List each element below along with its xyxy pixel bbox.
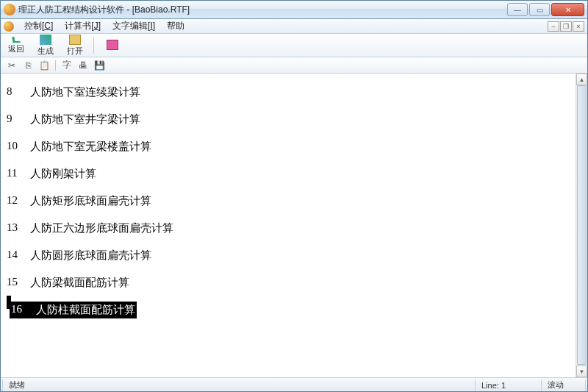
- toolbar-separator: [55, 60, 56, 71]
- item-text: 人防刚架计算: [30, 167, 96, 181]
- menu-help[interactable]: 帮助: [161, 18, 190, 34]
- list-item[interactable]: 15 人防梁截面配筋计算: [1, 270, 587, 297]
- toolbar-edit: ✂ ⎘ 📋 字 🖶 💾: [1, 57, 587, 74]
- mdi-close-button[interactable]: ×: [573, 21, 584, 32]
- mdi-minimize-button[interactable]: –: [548, 21, 559, 32]
- window-title: 理正人防工程结构设计软件 - [BaoBiao.RTF]: [18, 4, 507, 16]
- item-number: 9: [7, 113, 30, 126]
- menu-text-edit[interactable]: 文字编辑[I]: [107, 18, 161, 34]
- item-text: 人防地下室连续梁计算: [30, 85, 140, 99]
- menu-control[interactable]: 控制[C]: [18, 18, 59, 34]
- item-number: 15: [7, 276, 30, 290]
- titlebar: 理正人防工程结构设计软件 - [BaoBiao.RTF] — ▭ ✕: [1, 1, 587, 19]
- copy-icon[interactable]: ⎘: [23, 60, 33, 71]
- list-item[interactable]: 8 人防地下室连续梁计算: [1, 79, 587, 107]
- list-item[interactable]: 9 人防地下室井字梁计算: [1, 107, 587, 134]
- save-icon[interactable]: 💾: [94, 60, 104, 71]
- dw-icon: [107, 40, 118, 50]
- close-button[interactable]: ✕: [551, 3, 584, 16]
- status-line: Line: 1: [476, 379, 542, 391]
- item-number: 13: [7, 221, 30, 235]
- mdi-icon[interactable]: [4, 21, 14, 32]
- back-label: 返回: [8, 43, 24, 54]
- list-item[interactable]: 11 人防刚架计算: [1, 161, 587, 188]
- toolbar-main: 返回 生成 打开: [1, 34, 587, 57]
- menubar: 控制[C] 计算书[J] 文字编辑[I] 帮助 – ❐ ×: [1, 19, 587, 34]
- back-button[interactable]: 返回: [5, 37, 27, 54]
- item-number: 10: [7, 140, 30, 154]
- item-number: 14: [7, 249, 30, 263]
- status-scroll: 滚动: [542, 379, 586, 391]
- toolbar-separator: [93, 38, 94, 54]
- list-item-selected[interactable]: 16 人防柱截面配筋计算: [1, 297, 587, 326]
- list-item[interactable]: 14 人防圆形底球面扁壳计算: [1, 243, 587, 270]
- cut-icon[interactable]: ✂: [7, 60, 17, 71]
- app-icon: [4, 4, 15, 15]
- list-item[interactable]: 12 人防矩形底球面扁壳计算: [1, 188, 587, 215]
- font-icon[interactable]: 字: [62, 60, 72, 71]
- vertical-scrollbar[interactable]: ▲ ▼: [576, 74, 587, 377]
- minimize-button[interactable]: —: [507, 3, 528, 16]
- document-area[interactable]: 8 人防地下室连续梁计算 9 人防地下室井字梁计算 10 人防地下室无梁楼盖计算…: [1, 74, 587, 377]
- item-text: 人防地下室井字梁计算: [30, 113, 140, 126]
- window-controls: — ▭ ✕: [507, 3, 584, 16]
- item-text: 人防梁截面配筋计算: [30, 276, 129, 290]
- status-ready: 就绪: [2, 379, 476, 391]
- item-number: 8: [7, 85, 30, 99]
- item-number: 16: [10, 302, 35, 318]
- paste-icon[interactable]: 📋: [39, 60, 49, 71]
- scroll-track[interactable]: [576, 85, 587, 366]
- print-icon[interactable]: 🖶: [78, 60, 88, 71]
- generate-icon: [40, 35, 51, 45]
- mdi-controls: – ❐ ×: [548, 21, 584, 32]
- item-number: 12: [7, 194, 30, 208]
- item-text: 人防地下室无梁楼盖计算: [30, 140, 151, 154]
- open-label: 打开: [67, 46, 83, 57]
- list-item[interactable]: 13 人防正六边形底球面扁壳计算: [1, 215, 587, 243]
- menu-calcbook[interactable]: 计算书[J]: [59, 18, 107, 34]
- item-text: 人防正六边形底球面扁壳计算: [30, 221, 173, 235]
- scroll-down-button[interactable]: ▼: [576, 366, 587, 377]
- item-number: 11: [7, 167, 30, 181]
- item-text: 人防矩形底球面扁壳计算: [30, 194, 151, 208]
- generate-button[interactable]: 生成: [35, 35, 57, 57]
- item-text: 人防圆形底球面扁壳计算: [30, 249, 151, 263]
- dw-button[interactable]: [101, 40, 123, 51]
- mdi-restore-button[interactable]: ❐: [560, 21, 572, 32]
- maximize-button[interactable]: ▭: [529, 3, 550, 16]
- scroll-thumb[interactable]: [577, 85, 587, 365]
- back-icon: [12, 37, 20, 43]
- statusbar: 就绪 Line: 1 滚动: [1, 377, 587, 392]
- open-button[interactable]: 打开: [64, 35, 86, 57]
- generate-label: 生成: [37, 46, 54, 57]
- open-icon: [69, 35, 81, 45]
- item-text: 人防柱截面配筋计算: [35, 302, 137, 318]
- list-item[interactable]: 10 人防地下室无梁楼盖计算: [1, 134, 587, 161]
- scroll-up-button[interactable]: ▲: [576, 74, 587, 85]
